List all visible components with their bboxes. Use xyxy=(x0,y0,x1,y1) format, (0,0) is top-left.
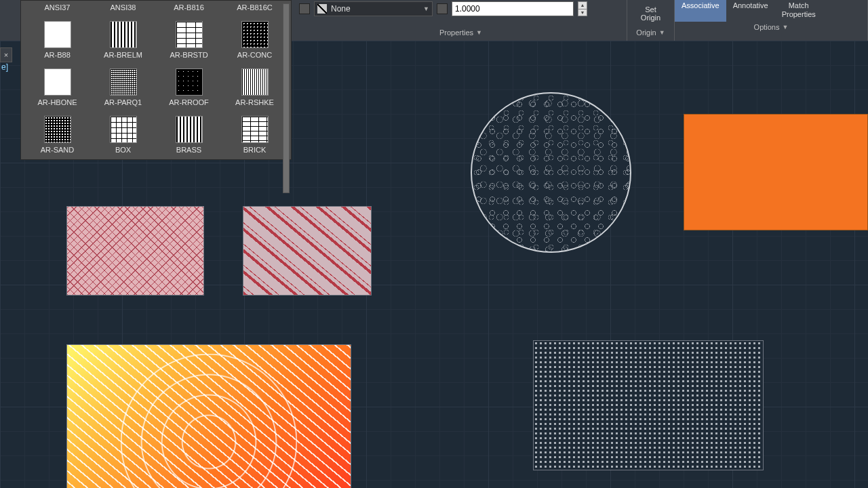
associative-button[interactable]: Associative xyxy=(675,0,726,22)
origin-panel-label[interactable]: Origin ▼ xyxy=(636,27,665,38)
transparency-input[interactable]: 1.0000 xyxy=(452,1,574,16)
file-tab-label[interactable]: e] xyxy=(0,62,8,72)
swatch-icon xyxy=(241,116,269,143)
transparency-spinner[interactable]: ▲ ▼ xyxy=(578,1,587,16)
spinner-up-icon[interactable]: ▲ xyxy=(578,2,587,9)
transparency-value: 1.0000 xyxy=(455,4,480,14)
pattern-brass[interactable]: BRASS xyxy=(158,116,220,154)
match-properties-button[interactable]: Match Properties xyxy=(775,0,823,22)
pattern-ansi37[interactable]: ANSI37 xyxy=(26,3,88,12)
hatch-color-icon[interactable] xyxy=(299,3,310,14)
annotative-button[interactable]: Annotative xyxy=(726,0,775,22)
pattern-ar-sand[interactable]: AR-SAND xyxy=(26,116,88,154)
hatch-color-dropdown[interactable]: None ▼ xyxy=(314,1,433,16)
close-icon: × xyxy=(4,51,8,59)
pattern-brick[interactable]: BRICK xyxy=(224,116,285,154)
pattern-ansi38[interactable]: ANSI38 xyxy=(92,3,154,12)
pattern-box[interactable]: BOX xyxy=(92,116,154,154)
hatch-color-label: None xyxy=(331,4,351,14)
pattern-ar-rshke[interactable]: AR-RSHKE xyxy=(224,68,285,106)
chevron-down-icon: ▼ xyxy=(476,29,482,36)
file-tab-close[interactable]: × xyxy=(0,47,12,62)
pattern-ar-brstd[interactable]: AR-BRSTD xyxy=(158,21,220,59)
swatch-icon xyxy=(241,68,269,96)
hatched-rect-crosshatch[interactable] xyxy=(66,206,204,296)
solid-rect-orange[interactable] xyxy=(684,114,868,230)
pattern-ar-b816[interactable]: AR-B816 xyxy=(158,3,220,12)
swatch-icon xyxy=(176,68,203,96)
swatch-icon xyxy=(110,21,137,48)
swatch-icon xyxy=(110,68,137,96)
chevron-down-icon: ▼ xyxy=(423,5,429,12)
options-panel-label[interactable]: Options ▼ xyxy=(675,22,867,33)
properties-panel-label[interactable]: Properties ▼ xyxy=(299,27,623,38)
swatch-icon xyxy=(176,21,203,48)
gradient-rect-rings[interactable] xyxy=(66,344,351,488)
pattern-ar-brelm[interactable]: AR-BRELM xyxy=(92,21,154,59)
swatch-icon xyxy=(241,21,269,48)
pattern-ar-rroof[interactable]: AR-RROOF xyxy=(158,68,220,106)
hatch-pattern-gallery: ANSI37 ANSI38 AR-B816 AR-B816C AR-B88 AR… xyxy=(20,0,292,160)
pattern-ar-b88[interactable]: AR-B88 xyxy=(26,21,88,59)
chevron-down-icon: ▼ xyxy=(659,29,665,36)
swatch-icon xyxy=(44,116,71,143)
spinner-down-icon[interactable]: ▼ xyxy=(578,9,587,16)
set-origin-button[interactable]: Set Origin xyxy=(641,0,660,27)
swatch-icon xyxy=(110,116,137,143)
gallery-scrollbar[interactable] xyxy=(283,3,290,193)
hatched-rect-diagonal[interactable] xyxy=(243,206,372,296)
pattern-ar-hbone[interactable]: AR-HBONE xyxy=(26,68,88,106)
hatched-rect-dots[interactable] xyxy=(533,340,764,470)
swatch-icon xyxy=(44,68,71,96)
pattern-ar-conc[interactable]: AR-CONC xyxy=(224,21,285,59)
pattern-ar-parq1[interactable]: AR-PARQ1 xyxy=(92,68,154,106)
none-swatch-icon xyxy=(317,4,327,14)
swatch-icon xyxy=(176,116,203,143)
pattern-ar-b816c[interactable]: AR-B816C xyxy=(224,3,285,12)
swatch-icon xyxy=(44,21,71,48)
transparency-icon[interactable] xyxy=(437,3,448,14)
chevron-down-icon: ▼ xyxy=(783,24,789,30)
hatched-circle-voronoi[interactable] xyxy=(471,92,631,253)
